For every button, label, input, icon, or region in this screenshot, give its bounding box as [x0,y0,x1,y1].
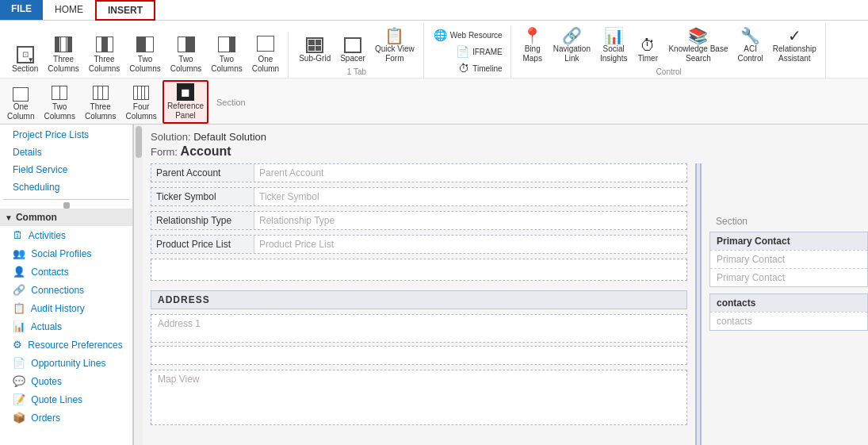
sidebar-item-social-profiles[interactable]: 👥 Social Profiles [0,244,132,263]
sidebar-item-connections[interactable]: 🔗 Connections [0,281,132,299]
field-label-product-price-list: Product Price List [151,236,254,253]
iframe-button[interactable]: 📄 IFRAME [453,44,506,59]
map-view-block[interactable]: Map View [151,370,687,425]
one-column-label: OneColumn [252,55,279,74]
navigation-link-label: NavigationLink [553,44,591,63]
primary-contact-field2[interactable]: Primary Contact [710,268,867,286]
timer-label: Timer [638,54,658,63]
timeline-icon: ⏱ [458,62,469,75]
form-header: Form: Account [151,144,868,163]
one-column-button[interactable]: OneColumn [248,33,283,76]
section-button[interactable]: ⊡ ▼ Section [8,44,42,76]
quick-view-button[interactable]: 📋 Quick ViewForm [371,25,419,66]
r2-two-columns-button[interactable]: TwoColumns [40,83,78,124]
sidebar-scrollbar[interactable] [133,125,143,445]
two-columns-3-button[interactable]: TwoColumns [207,34,246,76]
knowledge-base-label: Knowledge BaseSearch [668,44,728,63]
timeline-label: Timeline [472,64,502,73]
form-content: Parent Account Parent Account Ticker Sym… [151,163,868,445]
tab-file[interactable]: FILE [0,0,43,20]
r2-one-column-button[interactable]: OneColumn [3,85,38,124]
field-input-relationship-type[interactable]: Relationship Type [254,212,686,229]
sidebar-item-opportunity-lines[interactable]: 📄 Opportunity Lines [0,354,132,372]
row2-section-label: Section [216,98,246,107]
three-columns-1-label: ThreeColumns [48,55,78,74]
resource-pref-icon: ⚙ [13,339,22,351]
relationship-assistant-button[interactable]: ✓ RelationshipAssistant [769,25,820,66]
field-input-parent-account[interactable]: Parent Account [254,164,686,182]
field-input-ticker-symbol[interactable]: Ticker Symbol [254,188,686,205]
sidebar-item-field-service[interactable]: Field Service [0,161,132,178]
navigation-link-button[interactable]: 🔗 NavigationLink [549,25,595,66]
field-ticker-symbol: Ticker Symbol Ticker Symbol [151,187,687,206]
1tab-label: 1 Tab [347,67,366,76]
social-insights-label: SocialInsights [600,44,627,63]
sidebar-item-contacts[interactable]: 👤 Contacts [0,263,132,281]
sidebar-item-project-price-lists[interactable]: Project Price Lists [0,126,132,144]
contacts-section: contacts contacts [709,293,868,331]
sub-grid-button[interactable]: Sub-Grid [295,35,335,66]
activities-icon: 🗓 [13,229,23,241]
sidebar-item-audit-history[interactable]: 📋 Audit History [0,299,132,317]
social-insights-button[interactable]: 📊 SocialInsights [596,25,631,66]
timeline-button[interactable]: ⏱ Timeline [455,60,505,76]
two-columns-1-button[interactable]: TwoColumns [125,34,164,76]
two-columns-1-label: TwoColumns [129,55,160,74]
web-resource-icon: 🌐 [434,29,447,41]
r2-reference-panel-button[interactable]: ◼ ReferencePanel [163,80,208,124]
iframe-label: IFRAME [472,48,503,56]
r2-two-columns-label: TwoColumns [44,102,75,121]
contacts-field[interactable]: contacts [710,312,867,330]
field-label-ticker-symbol: Ticker Symbol [151,188,254,205]
ribbon-group-section: ⊡ ▼ Section ThreeColumns [3,32,289,78]
sidebar-item-resource-preferences[interactable]: ⚙ Resource Preferences [0,336,132,354]
form-label: Form: [151,146,178,158]
orders-icon: 📦 [13,412,25,424]
web-resource-button[interactable]: 🌐 Web Resource [430,27,506,43]
three-columns-2-button[interactable]: ThreeColumns [85,34,124,76]
three-columns-2-label: ThreeColumns [89,55,120,74]
spacer-button[interactable]: Spacer [336,35,369,66]
field-parent-account: Parent Account Parent Account [151,163,687,182]
primary-contact-field1[interactable]: Primary Contact [710,250,867,268]
sidebar-item-details[interactable]: Details [0,144,132,161]
address1-block[interactable]: Address 1 [151,314,687,343]
solution-label: Solution: [151,131,191,143]
r2-three-columns-label: ThreeColumns [85,102,116,121]
r2-four-columns-label: FourColumns [125,102,156,121]
sidebar-item-quote-lines[interactable]: 📝 Quote Lines [0,390,132,409]
solution-value: Default Solution [193,131,266,143]
sidebar-item-quotes[interactable]: 💬 Quotes [0,372,132,390]
bing-maps-button[interactable]: 📍 BingMaps [518,25,548,66]
timer-button[interactable]: ⏱ Timer [633,35,663,66]
knowledge-base-button[interactable]: 📚 Knowledge BaseSearch [664,25,732,66]
spacer-label: Spacer [340,54,365,63]
sidebar-item-activities[interactable]: 🗓 Activities [0,226,132,244]
contacts-header: contacts [710,294,867,312]
r2-three-columns-button[interactable]: ThreeColumns [81,83,120,124]
ribbon-group-control: 📍 BingMaps 🔗 NavigationLink 📊 SocialInsi… [513,24,826,78]
social-profiles-icon: 👥 [13,247,25,259]
right-panel: Section Primary Contact Primary Contact … [709,163,868,445]
r2-four-columns-button[interactable]: FourColumns [121,83,160,124]
bing-maps-label: BingMaps [522,44,541,63]
field-label-parent-account: Parent Account [151,164,254,182]
sidebar-item-orders[interactable]: 📦 Orders [0,409,132,427]
sidebar-item-actuals[interactable]: 📊 Actuals [0,317,132,336]
sidebar-section-common: ▼ Common [0,209,132,226]
primary-contact-header: Primary Contact [710,232,867,250]
address2-row [151,346,687,365]
solution-header: Solution: Default Solution [151,125,868,144]
three-columns-1-button[interactable]: ThreeColumns [44,34,82,76]
aci-control-button[interactable]: 🔧 ACIControl [733,25,767,66]
address-section-header: ADDRESS [151,290,687,309]
field-input-product-price-list[interactable]: Product Price List [254,236,686,253]
tab-home[interactable]: HOME [43,0,95,21]
quotes-icon: 💬 [13,375,25,387]
connections-icon: 🔗 [13,284,25,296]
sidebar-item-scheduling[interactable]: Scheduling [0,178,132,196]
two-columns-2-button[interactable]: TwoColumns [166,34,205,76]
form-value: Account [181,144,231,158]
tab-insert[interactable]: INSERT [95,0,155,21]
field-label-relationship-type: Relationship Type [151,212,254,229]
